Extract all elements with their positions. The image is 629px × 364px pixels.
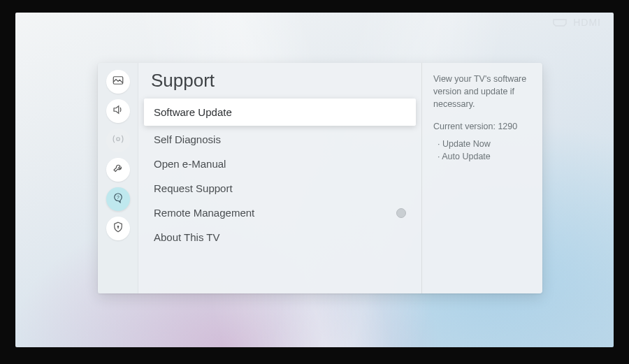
detail-version: Current version: 1290 [433,120,531,133]
tv-screen: HDMI [15,13,614,347]
nav-broadcast[interactable] [106,129,130,152]
detail-option: Auto Update [438,150,531,163]
tv-frame: HDMI [0,0,629,364]
menu-item-label: About This TV [154,231,220,243]
toggle-indicator[interactable] [396,208,406,218]
nav-support[interactable]: ? [106,187,130,211]
settings-panel: ? Support Software Update Self Diagnos [98,63,542,293]
broadcast-icon [112,133,124,148]
menu-item-open-emanual[interactable]: Open e-Manual [138,152,421,176]
svg-text:?: ? [117,195,120,200]
input-source-badge: HDMI [552,17,601,28]
menu-item-software-update[interactable]: Software Update [144,99,416,126]
nav-sound[interactable] [106,99,130,123]
menu-item-about-this-tv[interactable]: About This TV [138,225,421,249]
shield-icon [112,221,124,236]
detail-option: Update Now [438,138,531,150]
hdmi-icon [552,18,567,27]
detail-description: View your TV's software version and upda… [433,73,531,110]
menu-item-label: Software Update [154,106,232,118]
support-icon: ? [112,191,124,207]
menu-item-label: Remote Management [154,207,254,219]
svg-point-3 [117,226,119,228]
input-source-label: HDMI [573,17,601,28]
settings-center-pane: Support Software Update Self Diagnosis O… [138,63,422,293]
settings-nav-rail: ? [98,63,138,293]
settings-detail-pane: View your TV's software version and upda… [422,63,542,293]
page-title: Support [138,70,421,97]
menu-item-self-diagnosis[interactable]: Self Diagnosis [138,127,421,152]
nav-picture[interactable] [106,70,130,94]
menu-item-remote-management[interactable]: Remote Management [138,201,421,225]
menu-item-label: Open e-Manual [154,158,226,170]
menu-item-label: Self Diagnosis [154,133,221,145]
sound-icon [112,103,124,119]
wrench-icon [112,162,124,177]
detail-options-list: Update Now Auto Update [438,138,531,163]
nav-privacy[interactable] [106,217,130,240]
support-menu: Software Update Self Diagnosis Open e-Ma… [138,97,421,249]
menu-item-request-support[interactable]: Request Support [138,176,421,201]
picture-icon [112,74,124,89]
menu-item-label: Request Support [154,182,233,194]
nav-general[interactable] [106,158,130,182]
svg-point-1 [116,138,120,141]
